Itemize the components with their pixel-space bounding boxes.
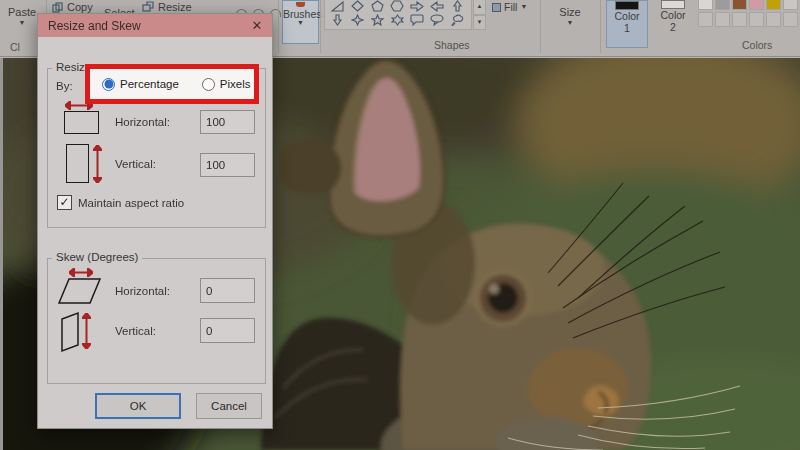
shape-five-point-star-icon[interactable] <box>367 13 387 27</box>
colors-group-label: Colors <box>742 39 772 51</box>
fill-icon <box>492 3 501 12</box>
shape-down-arrow-icon[interactable] <box>327 13 347 27</box>
separator <box>320 0 321 53</box>
shape-up-arrow-icon[interactable] <box>447 0 467 13</box>
palette-swatch[interactable] <box>783 0 798 10</box>
skew-group-label: Skew (Degrees) <box>52 251 142 263</box>
skew-vertical-input[interactable] <box>200 318 255 343</box>
shape-right-arrow-icon[interactable] <box>407 0 427 13</box>
skew-vertical-label: Vertical: <box>115 325 156 337</box>
separator <box>600 0 601 53</box>
radio-selected-icon <box>102 78 115 91</box>
color1-number: 1 <box>624 22 630 34</box>
cancel-label: Cancel <box>211 400 247 412</box>
resize-horizontal-input[interactable] <box>200 110 255 134</box>
palette-swatch[interactable] <box>698 0 713 10</box>
fill-label: Fill <box>504 1 517 13</box>
separator <box>540 0 541 53</box>
palette-row2 <box>698 12 798 27</box>
resize-label: Resize <box>158 1 192 13</box>
resize-horizontal-icon <box>64 111 99 134</box>
separator <box>278 0 279 53</box>
palette-swatch[interactable] <box>698 12 713 27</box>
cancel-button[interactable]: Cancel <box>196 393 262 419</box>
dialog-titlebar[interactable]: Resize and Skew ✕ <box>38 14 272 37</box>
color1-swatch <box>615 1 639 10</box>
copy-label: Copy <box>67 1 93 13</box>
copy-icon <box>52 2 63 13</box>
clipboard-group-label: Cl <box>10 41 20 53</box>
palette-swatch[interactable] <box>715 0 730 10</box>
color2-swatch <box>661 0 685 9</box>
fill-dropdown-arrow: ▼ <box>520 4 527 10</box>
ok-button[interactable]: OK <box>95 393 181 419</box>
size-label: Size <box>559 6 580 18</box>
shape-diamond-icon[interactable] <box>347 0 367 13</box>
color1-label: Color <box>614 10 639 22</box>
dialog-title: Resize and Skew <box>48 19 141 33</box>
shape-triangle-icon[interactable] <box>327 0 347 13</box>
shapes-group-label: Shapes <box>434 39 470 51</box>
palette-swatch[interactable] <box>783 12 798 27</box>
skew-horizontal-label: Horizontal: <box>115 285 170 297</box>
maintain-aspect-checkbox[interactable]: ✓ Maintain aspect ratio <box>57 195 184 210</box>
shapes-gallery <box>324 0 472 30</box>
size-button[interactable]: Size ▼ <box>548 2 592 26</box>
skew-horizontal-arrow-icon <box>69 268 93 277</box>
shape-cloud-callout-icon[interactable] <box>447 13 467 27</box>
brushes-dropdown-arrow[interactable]: ▼ <box>283 20 318 26</box>
palette-swatch[interactable] <box>749 0 764 10</box>
shape-left-arrow-icon[interactable] <box>427 0 447 13</box>
palette-swatch[interactable] <box>715 12 730 27</box>
gallery-scroll-up-icon[interactable]: ▲ <box>473 0 486 15</box>
color2-number: 2 <box>670 21 676 33</box>
resize-vertical-input[interactable] <box>200 153 255 177</box>
gallery-scroll-down-icon[interactable]: ▼ <box>473 15 486 31</box>
shape-six-point-star-icon[interactable] <box>387 13 407 27</box>
resize-vertical-icon <box>66 144 89 183</box>
size-dropdown-arrow: ▼ <box>548 20 592 26</box>
paint-window: Paste ▼ Cl Copy Select Resize Brushes ▼ <box>0 0 800 450</box>
shapes-gallery-scroll: ▲ ▼ <box>473 0 486 30</box>
maintain-aspect-label: Maintain aspect ratio <box>78 197 184 209</box>
radio-pixels-label: Pixels <box>220 78 251 90</box>
shape-oval-callout-icon[interactable] <box>427 13 447 27</box>
checkbox-checked-icon: ✓ <box>57 195 72 210</box>
resize-horizontal-label: Horizontal: <box>115 116 170 128</box>
radio-pixels[interactable]: Pixels <box>202 78 251 91</box>
radio-percentage-label: Percentage <box>120 78 179 90</box>
palette-swatch[interactable] <box>749 12 764 27</box>
radio-percentage[interactable]: Percentage <box>102 78 179 91</box>
shape-hexagon-icon[interactable] <box>387 0 407 13</box>
ok-label: OK <box>130 400 147 412</box>
resize-skew-dialog: Resize and Skew ✕ Resize By: Percentage … <box>37 13 273 429</box>
by-label: By: <box>56 80 73 92</box>
resize-icon <box>142 1 154 12</box>
brush-icon <box>296 2 305 7</box>
close-icon[interactable]: ✕ <box>242 14 272 37</box>
palette-swatch[interactable] <box>766 0 781 10</box>
highlight-annotation: Percentage Pixels <box>85 64 259 104</box>
skew-horizontal-input[interactable] <box>200 278 255 303</box>
shape-four-point-star-icon[interactable] <box>347 13 367 27</box>
palette-swatch[interactable] <box>732 12 747 27</box>
skew-vertical-arrow-icon <box>82 313 91 349</box>
resize-button[interactable]: Resize <box>142 0 192 13</box>
resize-vertical-label: Vertical: <box>115 158 156 170</box>
skew-horizontal-icon <box>58 277 102 305</box>
brushes-button[interactable]: Brushes ▼ <box>282 0 319 44</box>
color-palette <box>698 0 798 29</box>
color1-button[interactable]: Color 1 <box>606 0 648 48</box>
shape-pentagon-icon[interactable] <box>367 0 387 13</box>
paste-label: Paste <box>8 6 36 18</box>
color2-label: Color <box>660 9 685 21</box>
shape-rounded-callout-icon[interactable] <box>407 13 427 27</box>
color2-button[interactable]: Color 2 <box>652 0 694 48</box>
fill-dropdown[interactable]: Fill ▼ <box>492 1 527 13</box>
paste-dropdown-arrow[interactable]: ▼ <box>2 20 42 26</box>
palette-swatch[interactable] <box>732 0 747 10</box>
copy-button[interactable]: Copy <box>52 0 93 14</box>
radio-unselected-icon <box>202 78 215 91</box>
paste-button[interactable]: Paste ▼ <box>2 2 42 26</box>
palette-swatch[interactable] <box>766 12 781 27</box>
